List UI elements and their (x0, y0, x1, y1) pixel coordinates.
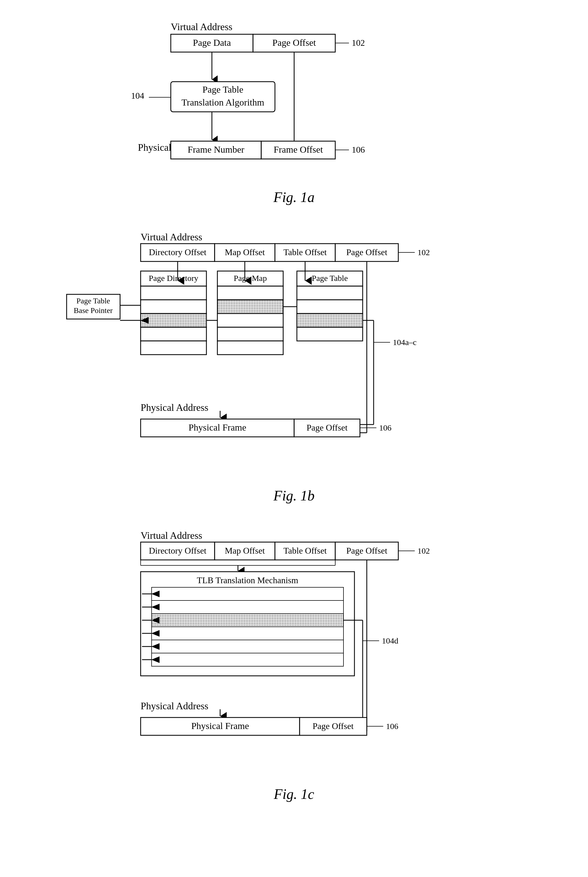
page-offset-1b: Page Offset (346, 247, 387, 257)
page-data-label: Page Data (193, 37, 231, 48)
page-offset-bottom-1c: Page Offset (312, 721, 354, 731)
svg-rect-45 (297, 300, 363, 313)
va-label-1b: Virtual Address (141, 232, 202, 243)
ptbp-line2: Base Pointer (74, 306, 112, 315)
page-offset-bottom-1b: Page Offset (306, 423, 348, 432)
svg-rect-36 (218, 286, 283, 300)
fig1c-caption: Fig. 1c (274, 786, 314, 802)
svg-rect-30 (141, 327, 206, 341)
ptbp-line1: Page Table (76, 297, 110, 305)
svg-rect-29 (141, 313, 206, 327)
svg-rect-77 (152, 614, 344, 627)
svg-rect-28 (141, 300, 206, 313)
svg-rect-75 (152, 600, 344, 614)
ref-106-1c: 106 (386, 722, 398, 731)
figure-1a-section: Virtual Address Page Data Page Offset 10… (33, 16, 555, 205)
ptta-line1: Page Table (202, 84, 243, 94)
svg-rect-73 (152, 587, 344, 600)
fig1c-diagram: Virtual Address Directory Offset Map Off… (61, 526, 527, 772)
ref-102-1c: 102 (417, 546, 430, 555)
pa-label-1c: Physical Address (141, 700, 208, 712)
ref-102-1b: 102 (417, 248, 430, 257)
va-label-1c: Virtual Address (141, 530, 202, 541)
page: Virtual Address Page Data Page Offset 10… (0, 0, 588, 819)
tlb-label: TLB Translation Mechanism (197, 575, 298, 585)
table-offset-1c: Table Offset (284, 546, 327, 556)
directory-offset-1c: Directory Offset (149, 546, 206, 556)
fig1a-diagram: Virtual Address Page Data Page Offset 10… (116, 16, 472, 175)
svg-rect-37 (218, 300, 283, 313)
page-offset-label-1a: Page Offset (272, 37, 316, 48)
svg-rect-31 (141, 341, 206, 355)
page-directory-label: Page Directory (148, 273, 198, 283)
svg-rect-47 (297, 327, 363, 341)
figure-1b-section: Virtual Address Directory Offset Map Off… (33, 227, 555, 504)
physical-frame-label-1c: Physical Frame (191, 721, 249, 731)
map-offset-1b: Map Offset (225, 247, 264, 257)
ref-106-1b: 106 (379, 423, 392, 432)
svg-rect-38 (218, 313, 283, 327)
map-offset-1c: Map Offset (225, 546, 264, 556)
page-table-label: Page Table (312, 273, 348, 283)
svg-rect-82 (152, 627, 344, 640)
physical-frame-label-1b: Physical Frame (188, 422, 246, 432)
fig1b-caption: Fig. 1b (273, 487, 314, 504)
ptta-line2: Translation Algorithm (182, 97, 264, 108)
svg-rect-27 (141, 286, 206, 300)
svg-rect-39 (218, 327, 283, 341)
ref-106-1a: 106 (352, 145, 365, 154)
fig1b-diagram: Virtual Address Directory Offset Map Off… (61, 227, 527, 474)
ref-104d-1c: 104d (382, 636, 398, 645)
svg-rect-84 (152, 640, 344, 653)
svg-rect-44 (297, 286, 363, 300)
ref-104ac-1b: 104a–c (393, 338, 417, 347)
svg-rect-46 (297, 313, 363, 327)
svg-rect-86 (152, 653, 344, 666)
page-offset-1c: Page Offset (346, 546, 387, 556)
table-offset-1b: Table Offset (284, 247, 327, 257)
page-map-label: Page Map (234, 273, 267, 283)
frame-number-label: Frame Number (188, 144, 244, 154)
fig1a-caption: Fig. 1a (273, 189, 314, 205)
svg-rect-40 (218, 341, 283, 355)
figure-1c-section: Virtual Address Directory Offset Map Off… (33, 526, 555, 802)
directory-offset-1b: Directory Offset (149, 247, 206, 257)
pa-label-1b: Physical Address (141, 402, 208, 413)
frame-offset-label: Frame Offset (274, 144, 323, 154)
ref-102-1a: 102 (352, 38, 365, 48)
va-label-1a: Virtual Address (171, 21, 232, 32)
ref-104-1a: 104 (131, 91, 144, 100)
